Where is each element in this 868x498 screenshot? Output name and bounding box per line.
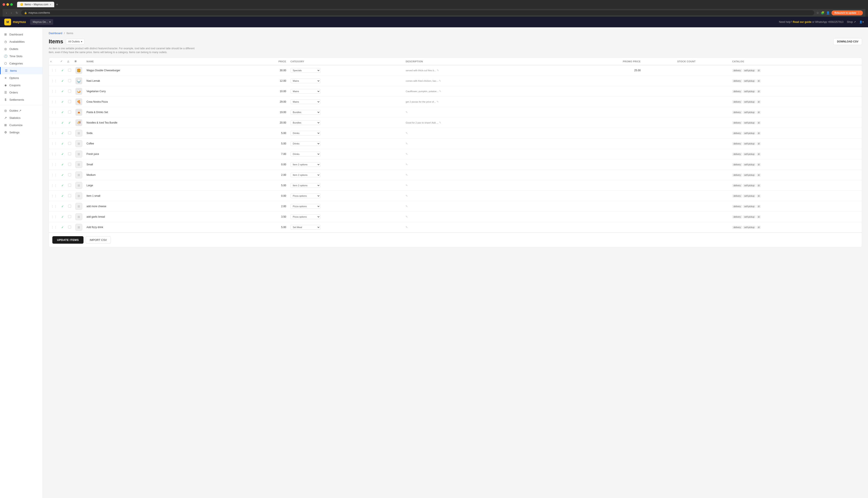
back-button[interactable]: ‹ xyxy=(5,11,8,15)
guide-link[interactable]: Read our guide xyxy=(793,21,812,24)
row-active-check[interactable]: ✓ xyxy=(59,128,66,139)
row-active-check[interactable]: ✓ xyxy=(59,191,66,201)
drag-handle[interactable]: ⋮⋮ xyxy=(49,170,59,180)
drag-handle[interactable]: ⋮⋮ xyxy=(49,65,59,76)
row-active-check[interactable]: ✓ xyxy=(59,180,66,191)
description-edit-icon[interactable]: ✎ xyxy=(437,69,439,72)
row-checkbox[interactable] xyxy=(68,142,71,145)
sidebar-item-settings[interactable]: ⚙ Settings xyxy=(0,129,42,136)
row-category[interactable]: Drinks xyxy=(288,149,404,159)
row-select-cell[interactable] xyxy=(66,139,73,149)
row-checkbox[interactable] xyxy=(68,225,71,228)
category-select[interactable]: Specials xyxy=(291,68,320,73)
row-category[interactable]: Mains xyxy=(288,76,404,86)
row-select-cell[interactable] xyxy=(66,97,73,107)
row-active-check[interactable]: ✓ xyxy=(59,212,66,222)
shop-link[interactable]: Shop ↗ xyxy=(847,21,856,24)
sidebar-item-timeslots[interactable]: 🕐 Time Slots xyxy=(0,52,42,60)
description-edit-icon[interactable]: ✎ xyxy=(439,121,441,124)
drag-handle[interactable]: ⋮⋮ xyxy=(49,180,59,191)
drag-handle[interactable]: ⋮⋮ xyxy=(49,97,59,107)
row-checkbox[interactable] xyxy=(68,90,71,93)
row-category[interactable]: Mains xyxy=(288,86,404,97)
row-checkbox[interactable] xyxy=(68,69,71,72)
category-select[interactable]: Item 2 options xyxy=(291,173,320,177)
minimize-window-button[interactable] xyxy=(7,3,9,6)
forward-button[interactable]: › xyxy=(10,11,13,15)
description-edit-icon[interactable]: ✎ xyxy=(406,142,408,145)
description-edit-icon[interactable]: ✎ xyxy=(406,194,408,197)
row-active-check[interactable]: ✓ xyxy=(59,76,66,86)
category-select[interactable]: Pizza options xyxy=(291,204,320,209)
description-edit-icon[interactable]: ✎ xyxy=(406,132,408,135)
store-selector-button[interactable]: Maynuu De... ▾ xyxy=(30,19,53,25)
description-edit-icon[interactable]: ✎ xyxy=(406,153,408,156)
sidebar-item-coupons[interactable]: ◈ Coupons xyxy=(0,81,42,89)
drag-handle[interactable]: ⋮⋮ xyxy=(49,191,59,201)
row-select-cell[interactable] xyxy=(66,170,73,180)
row-checkbox[interactable] xyxy=(68,205,71,208)
reload-button[interactable]: ↻ xyxy=(15,11,19,15)
sidebar-item-customize[interactable]: ⊞ Customize xyxy=(0,121,42,129)
drag-handle[interactable]: ⋮⋮ xyxy=(49,118,59,128)
row-category[interactable]: Item 2 options xyxy=(288,170,404,180)
drag-handle[interactable]: ⋮⋮ xyxy=(49,201,59,212)
account-button[interactable]: 👤 xyxy=(826,11,830,14)
row-category[interactable]: Pizza options xyxy=(288,201,404,212)
row-category[interactable]: Bundles xyxy=(288,118,404,128)
sidebar-item-guides[interactable]: ◎ Guides ↗ xyxy=(0,107,42,114)
row-checkbox[interactable] xyxy=(68,110,71,114)
description-edit-icon[interactable]: ✎ xyxy=(406,111,408,114)
description-edit-icon[interactable]: ✎ xyxy=(436,100,439,103)
row-checkbox[interactable] xyxy=(68,215,71,218)
url-input[interactable]: 🔒 maynuu.com/items xyxy=(21,10,814,15)
close-window-button[interactable] xyxy=(2,3,5,6)
description-edit-icon[interactable]: ✎ xyxy=(439,79,441,82)
category-select[interactable]: Bundles xyxy=(291,120,320,125)
description-edit-icon[interactable]: ✎ xyxy=(406,226,408,229)
row-category[interactable]: Set Meal xyxy=(288,222,404,233)
drag-handle[interactable]: ⋮⋮ xyxy=(49,76,59,86)
row-active-check[interactable]: ✓ xyxy=(59,149,66,159)
relaunch-update-button[interactable]: Relaunch to update ⋮ xyxy=(831,11,863,15)
sidebar-item-categories[interactable]: ⬡ Categories xyxy=(0,60,42,67)
row-category[interactable]: Item 2 options xyxy=(288,159,404,170)
sidebar-item-options[interactable]: ≡ Options xyxy=(0,74,42,81)
outlet-filter-button[interactable]: All Outlets ▾ xyxy=(66,39,85,44)
drag-handle[interactable]: ⋮⋮ xyxy=(49,212,59,222)
drag-handle[interactable]: ⋮⋮ xyxy=(49,107,59,118)
row-category[interactable]: Pizza options xyxy=(288,191,404,201)
row-category[interactable]: Drinks xyxy=(288,139,404,149)
row-select-cell[interactable] xyxy=(66,86,73,97)
row-category[interactable]: Drinks xyxy=(288,128,404,139)
row-checkbox[interactable] xyxy=(68,131,71,134)
active-tab[interactable]: 🟡 Items – Maynuu.com ✕ xyxy=(17,2,54,7)
description-edit-icon[interactable]: ✎ xyxy=(406,173,408,176)
tab-close-button[interactable]: ✕ xyxy=(50,3,51,6)
drag-handle[interactable]: ⋮⋮ xyxy=(49,128,59,139)
drag-handle[interactable]: ⋮⋮ xyxy=(49,149,59,159)
category-select[interactable]: Drinks xyxy=(291,141,320,146)
row-checkbox[interactable] xyxy=(68,194,71,197)
bookmark-button[interactable]: ☆ xyxy=(816,11,819,14)
category-select[interactable]: Bundles xyxy=(291,110,320,115)
row-select-cell[interactable]: ✓ xyxy=(66,118,73,128)
row-checkbox[interactable] xyxy=(68,152,71,155)
row-checkbox[interactable] xyxy=(68,79,71,82)
category-select[interactable]: Item 2 options xyxy=(291,183,320,188)
description-edit-icon[interactable]: ✎ xyxy=(406,215,408,218)
user-avatar[interactable]: 👤▾ xyxy=(859,21,864,24)
row-select-cell[interactable] xyxy=(66,76,73,86)
drag-handle[interactable]: ⋮⋮ xyxy=(49,222,59,233)
description-edit-icon[interactable]: ✎ xyxy=(406,205,408,208)
category-select[interactable]: Drinks xyxy=(291,131,320,135)
row-active-check[interactable]: ✓ xyxy=(59,118,66,128)
row-category[interactable]: Mains xyxy=(288,97,404,107)
sidebar-item-statistics[interactable]: ↗ Statistics xyxy=(0,114,42,121)
row-active-check[interactable]: ✓ xyxy=(59,170,66,180)
row-active-check[interactable]: ✓ xyxy=(59,139,66,149)
row-category[interactable]: Bundles xyxy=(288,107,404,118)
category-select[interactable]: Pizza options xyxy=(291,194,320,198)
row-category[interactable]: Specials xyxy=(288,65,404,76)
category-select[interactable]: Pizza options xyxy=(291,214,320,219)
